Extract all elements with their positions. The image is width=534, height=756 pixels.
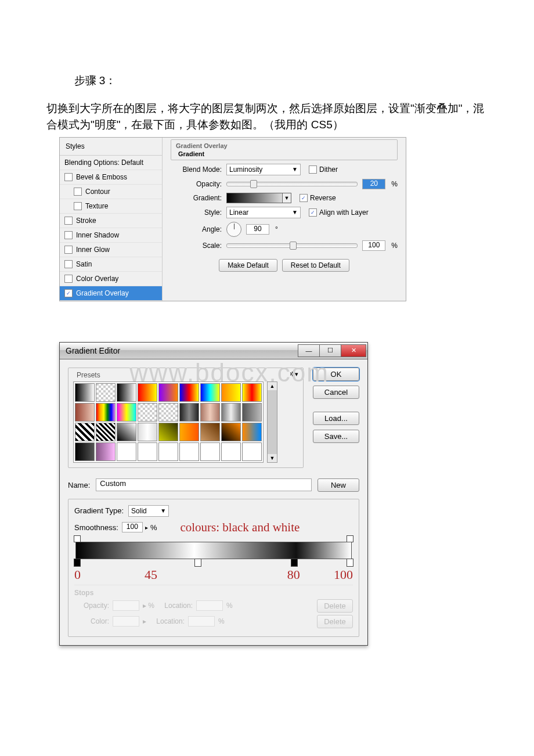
preset-swatch[interactable] [242, 383, 262, 402]
preset-swatch[interactable] [179, 423, 199, 441]
preset-swatch[interactable] [138, 442, 157, 461]
opacity-value[interactable]: 20 [362, 179, 385, 189]
preset-swatch[interactable] [96, 403, 116, 422]
angle-value[interactable]: 90 [246, 224, 269, 235]
stop-location-input[interactable] [196, 600, 223, 611]
style-item-satin[interactable]: Satin [60, 257, 162, 272]
preset-swatch[interactable] [117, 383, 136, 402]
preset-swatch[interactable] [242, 423, 262, 441]
preset-swatch[interactable] [158, 442, 178, 461]
gradient-bar[interactable] [75, 542, 352, 559]
style-select[interactable]: Linear▼ [226, 207, 301, 218]
angle-dial[interactable] [226, 222, 241, 237]
close-button[interactable]: ✕ [341, 344, 366, 357]
reverse-checkbox[interactable] [300, 194, 308, 202]
style-checkbox[interactable] [74, 202, 82, 210]
preset-swatch[interactable] [117, 403, 136, 422]
blend-mode-select[interactable]: Luminosity▼ [226, 164, 301, 175]
color-stop[interactable] [347, 559, 353, 567]
stop-opacity-input[interactable] [113, 600, 139, 611]
style-checkbox[interactable] [64, 173, 73, 181]
preset-swatch[interactable] [242, 442, 262, 461]
style-item-contour[interactable]: Contour [60, 185, 162, 199]
make-default-button[interactable]: Make Default [219, 259, 277, 272]
style-item-inner-shadow[interactable]: Inner Shadow [60, 228, 162, 243]
titlebar[interactable]: Gradient Editor — ☐ ✕ [60, 343, 367, 359]
preset-swatch[interactable] [75, 442, 95, 461]
preset-swatch[interactable] [200, 383, 220, 402]
preset-swatch[interactable] [200, 403, 220, 422]
preset-scrollbar[interactable]: ▲▼ [267, 381, 277, 463]
preset-swatch[interactable] [179, 403, 199, 422]
style-checkbox[interactable] [64, 231, 73, 239]
gear-icon[interactable]: ✲▾ [290, 370, 298, 378]
align-checkbox[interactable] [309, 208, 317, 217]
style-checkbox[interactable] [64, 260, 73, 268]
chevron-right-icon[interactable]: ▸ [145, 524, 148, 531]
smoothness-value[interactable]: 100 [122, 522, 143, 532]
preset-swatch[interactable] [75, 383, 95, 402]
preset-swatch[interactable] [221, 423, 241, 441]
load-button[interactable]: Load... [313, 412, 359, 425]
style-item-bevel-emboss[interactable]: Bevel & Emboss [60, 170, 162, 185]
preset-swatch[interactable] [200, 423, 220, 441]
preset-swatch[interactable] [138, 383, 157, 402]
preset-swatch[interactable] [158, 403, 178, 422]
style-checkbox[interactable] [64, 275, 73, 283]
style-item-gradient-overlay[interactable]: Gradient Overlay [60, 286, 162, 301]
ok-button[interactable]: OK [313, 368, 359, 381]
scale-value[interactable]: 100 [362, 240, 385, 251]
style-checkbox[interactable] [64, 246, 73, 254]
style-item-stroke[interactable]: Stroke [60, 214, 162, 228]
preset-swatch[interactable] [96, 383, 116, 402]
preset-swatch[interactable] [138, 423, 157, 441]
style-item-inner-glow[interactable]: Inner Glow [60, 243, 162, 257]
preset-swatch[interactable] [221, 442, 241, 461]
preset-swatch[interactable] [96, 423, 116, 441]
maximize-button[interactable]: ☐ [319, 344, 341, 357]
save-button[interactable]: Save... [313, 430, 359, 443]
opacity-slider[interactable] [226, 182, 358, 186]
preset-swatch[interactable] [158, 423, 178, 441]
preset-swatch[interactable] [221, 383, 241, 402]
preset-swatch[interactable] [138, 403, 157, 422]
stop-color-input[interactable] [113, 616, 139, 627]
color-stop[interactable] [74, 559, 81, 567]
style-checkbox[interactable] [64, 217, 73, 225]
preset-swatch[interactable] [96, 442, 116, 461]
scale-slider[interactable] [226, 243, 358, 248]
preset-swatch[interactable] [75, 403, 95, 422]
color-stop[interactable] [291, 559, 298, 567]
gradient-preview[interactable]: ▼ [226, 193, 291, 203]
gradient-type-select[interactable]: Solid▼ [128, 505, 169, 517]
delete-stop-button[interactable]: Delete [317, 599, 353, 613]
dither-checkbox[interactable] [309, 165, 317, 174]
preset-swatch[interactable] [179, 383, 199, 402]
preset-swatch[interactable] [117, 423, 136, 441]
delete-stop-button[interactable]: Delete [317, 615, 353, 628]
style-label: Texture [85, 202, 108, 210]
preset-swatch[interactable] [200, 442, 220, 461]
style-checkbox[interactable] [64, 289, 73, 297]
preset-swatches[interactable] [73, 381, 264, 463]
name-input[interactable]: Custom [96, 478, 312, 491]
stop-location-input[interactable] [188, 616, 215, 627]
reset-default-button[interactable]: Reset to Default [282, 259, 349, 272]
preset-swatch[interactable] [158, 383, 178, 402]
preset-swatch[interactable] [179, 442, 199, 461]
blending-options-row[interactable]: Blending Options: Default [60, 156, 162, 170]
chevron-down-icon[interactable]: ▼ [282, 193, 291, 203]
preset-swatch[interactable] [242, 403, 262, 422]
preset-swatch[interactable] [75, 423, 95, 441]
style-item-color-overlay[interactable]: Color Overlay [60, 272, 162, 286]
style-checkbox[interactable] [74, 188, 82, 196]
cancel-button[interactable]: Cancel [313, 386, 359, 399]
new-button[interactable]: New [317, 478, 359, 492]
style-item-texture[interactable]: Texture [60, 199, 162, 214]
dither-label: Dither [319, 165, 338, 174]
style-label: Contour [85, 188, 110, 196]
preset-swatch[interactable] [117, 442, 136, 461]
minimize-button[interactable]: — [298, 344, 320, 357]
color-stop[interactable] [194, 559, 201, 567]
preset-swatch[interactable] [221, 403, 241, 422]
